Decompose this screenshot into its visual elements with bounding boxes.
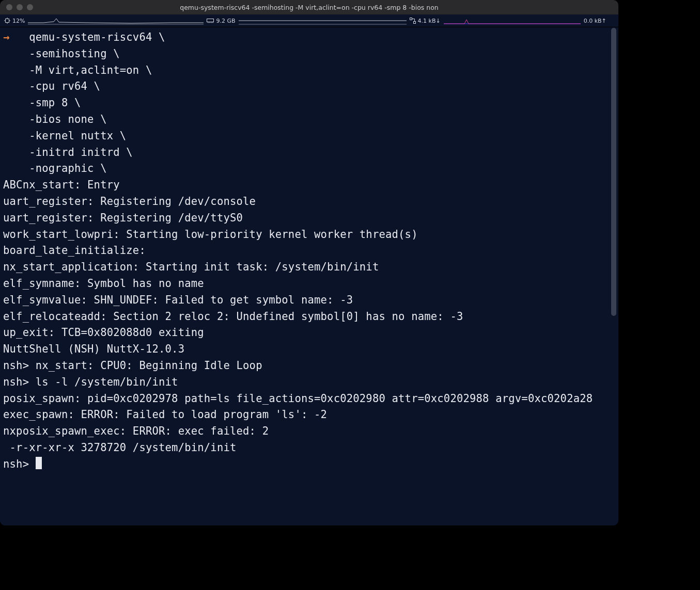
terminal-line: NuttShell (NSH) NuttX-12.0.3	[3, 341, 615, 358]
terminal-line: -smp 8 \	[3, 95, 615, 111]
terminal-line: board_late_initialize:	[3, 243, 615, 259]
terminal-line: up_exit: TCB=0x802088d0 exiting	[3, 325, 615, 341]
terminal-line: -nographic \	[3, 161, 615, 177]
terminal-line: uart_register: Registering /dev/ttyS0	[3, 210, 615, 227]
ram-segment: 9.2 GB	[207, 18, 235, 24]
prompt-arrow-icon: →	[3, 31, 10, 43]
terminal-line: -initrd initrd \	[3, 145, 615, 161]
terminal-line: ABCnx_start: Entry	[3, 177, 615, 194]
scrollbar-thumb[interactable]	[611, 28, 616, 316]
terminal-line: nsh> nx_start: CPU0: Beginning Idle Loop	[3, 358, 615, 374]
ram-value: 9.2 GB	[216, 18, 235, 24]
terminal-line: -r-xr-xr-x 3278720 /system/bin/init	[3, 440, 615, 456]
close-icon[interactable]	[6, 4, 12, 10]
terminal-line: -kernel nuttx \	[3, 128, 615, 145]
scrollbar[interactable]	[610, 28, 617, 524]
titlebar[interactable]: qemu-system-riscv64 -semihosting -M virt…	[0, 0, 618, 14]
cpu-sparkline	[28, 17, 204, 25]
net-sparkline	[444, 17, 581, 25]
terminal-line: -M virt,aclint=on \	[3, 62, 615, 79]
svg-rect-14	[413, 22, 415, 24]
cursor-icon	[36, 457, 42, 469]
ram-sparkline	[239, 17, 407, 25]
terminal-line: uart_register: Registering /dev/console	[3, 194, 615, 210]
terminal-line: exec_spawn: ERROR: Failed to load progra…	[3, 407, 615, 423]
svg-rect-0	[6, 19, 9, 23]
net-segment: 4.1 kB↓	[410, 18, 441, 24]
cpu-segment: 12%	[4, 18, 25, 24]
window-controls	[0, 4, 33, 10]
terminal-line: -cpu rv64 \	[3, 78, 615, 95]
terminal-line: nxposix_spawn_exec: ERROR: exec failed: …	[3, 423, 615, 440]
terminal-prompt-line[interactable]: nsh>	[3, 456, 615, 473]
net-down-value: 4.1 kB↓	[418, 18, 441, 24]
terminal-line: -semihosting \	[3, 46, 615, 62]
stats-bar: 12% 9.2 GB 4.1 kB↓ 0.0 kB↑	[0, 14, 618, 27]
svg-rect-13	[410, 18, 412, 20]
terminal-line: nsh> ls -l /system/bin/init	[3, 374, 615, 391]
terminal-line: → qemu-system-riscv64 \	[3, 29, 615, 46]
terminal-line: nx_start_application: Starting init task…	[3, 259, 615, 276]
terminal-line: elf_symvalue: SHN_UNDEF: Failed to get s…	[3, 292, 615, 309]
terminal-content[interactable]: → qemu-system-riscv64 \ -semihosting \ -…	[0, 27, 618, 525]
network-icon	[410, 18, 416, 24]
terminal-line: posix_spawn: pid=0xc0202978 path=ls file…	[3, 391, 615, 407]
terminal-line: -bios none \	[3, 111, 615, 128]
window-title: qemu-system-riscv64 -semihosting -M virt…	[0, 4, 618, 11]
terminal-line: elf_symname: Symbol has no name	[3, 276, 615, 292]
net-up-segment: 0.0 kB↑	[584, 18, 606, 24]
zoom-icon[interactable]	[27, 4, 33, 10]
ram-icon	[207, 18, 214, 23]
minimize-icon[interactable]	[17, 4, 23, 10]
cpu-value: 12%	[12, 18, 25, 24]
terminal-window: qemu-system-riscv64 -semihosting -M virt…	[0, 0, 618, 525]
terminal-line: work_start_lowpri: Starting low-priority…	[3, 227, 615, 243]
net-up-value: 0.0 kB↑	[584, 18, 606, 24]
cpu-icon	[4, 18, 10, 24]
svg-rect-6	[207, 19, 214, 22]
terminal-line: elf_relocateadd: Section 2 reloc 2: Unde…	[3, 309, 615, 325]
